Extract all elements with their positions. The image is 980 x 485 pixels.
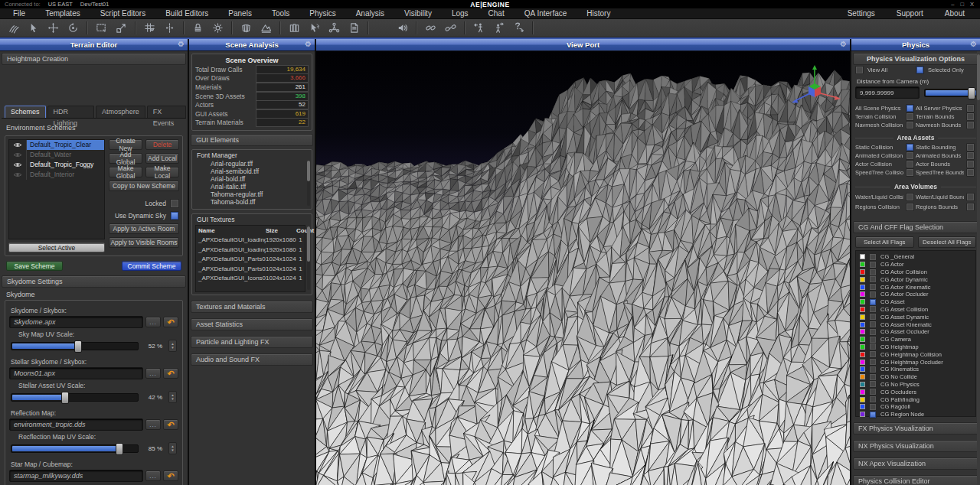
speedtree-collision-checkbox[interactable] <box>906 168 914 177</box>
font-list-item[interactable]: Arial-semibold.tff <box>192 168 312 175</box>
font-list-item[interactable]: Tahoma-bold.tff <box>192 198 312 206</box>
make-local-button[interactable]: Make Local <box>145 167 179 177</box>
cg-cff-flag-selection-section[interactable]: CG And CFF Flag Selection <box>853 221 978 233</box>
visibility-eye-icon[interactable] <box>9 140 27 150</box>
cg-no-physics-checkbox[interactable] <box>869 380 877 388</box>
menu-item-support[interactable]: Support <box>886 9 934 18</box>
lock-tool-icon[interactable] <box>188 21 207 36</box>
visibility-eye-icon[interactable] <box>9 170 27 180</box>
marquee-select-icon[interactable] <box>91 21 111 36</box>
font-list-item[interactable]: Arial-bold.tff <box>192 175 312 183</box>
menu-item-panels[interactable]: Panels <box>218 9 262 18</box>
physics-viz-options-section[interactable]: Physics Visualization Options <box>853 53 978 65</box>
flag-row-cg-actor-dynamic[interactable]: CG Actor Dynamic <box>856 275 975 283</box>
all-scene-physics-checkbox[interactable] <box>906 104 914 112</box>
cg-actor-collision-checkbox[interactable] <box>869 269 877 276</box>
terrain-raise-icon[interactable] <box>256 21 276 36</box>
flag-row-cg-actor-collision[interactable]: CG Actor Collision <box>856 269 975 276</box>
uv-scale-slider[interactable] <box>11 342 139 350</box>
textures-scrollbar[interactable] <box>307 226 310 290</box>
flag-row-cg-asset-dynamic[interactable]: CG Asset Dynamic <box>856 313 975 321</box>
panels-stack-icon[interactable] <box>284 21 304 36</box>
menu-item-physics[interactable]: Physics <box>299 9 345 18</box>
gear-icon[interactable]: ⚙ <box>305 39 312 50</box>
flag-row-cg-pathfinding[interactable]: CG Pathfinding <box>856 395 975 403</box>
menu-item-settings[interactable]: Settings <box>837 9 886 18</box>
flag-row-cg-kinematics[interactable]: CG Kinematics <box>856 366 975 373</box>
menu-item-logs[interactable]: Logs <box>442 9 479 18</box>
section-fx-physics-visualization[interactable]: FX Physics Visualization <box>853 422 978 435</box>
mirror-align-icon[interactable] <box>159 21 179 36</box>
maximize-button[interactable]: □ <box>960 1 964 8</box>
slider-knob[interactable] <box>116 443 123 455</box>
quick-select-icon[interactable] <box>304 21 324 36</box>
cg-asset-checkbox[interactable] <box>869 298 877 306</box>
asset-path-input[interactable] <box>9 418 143 431</box>
terrain-editor-header[interactable]: Terrain Editor ⚙ <box>0 39 188 51</box>
browse-button[interactable]: ... <box>145 368 161 379</box>
browse-button[interactable]: ... <box>145 419 161 430</box>
cg-heightmap-checkbox[interactable] <box>869 343 877 350</box>
browse-button[interactable]: ... <box>145 470 161 481</box>
regions-bounds-checkbox[interactable] <box>966 203 975 211</box>
undo-icon[interactable]: ↶ <box>163 317 178 327</box>
section-particle-and-lighting-fx[interactable]: Particle and Lighting FX <box>191 336 313 348</box>
all-server-physics-checkbox[interactable] <box>966 104 975 112</box>
tab-atmosphere[interactable]: Atmosphere <box>96 106 145 118</box>
flag-row-cg-heightmap-collision[interactable]: CG Heightmap Collision <box>856 350 975 358</box>
slider-knob[interactable] <box>61 392 69 404</box>
table-row[interactable]: _APXDefaultGUI_Parts011024x10241 <box>196 255 305 265</box>
select-all-flags-button[interactable]: Select All Flags <box>855 236 914 248</box>
commit-scheme-button[interactable]: Commit Scheme <box>122 261 181 271</box>
cg-pathfinding-checkbox[interactable] <box>869 395 877 403</box>
actor-bounds-checkbox[interactable] <box>966 160 975 168</box>
asset-path-input[interactable] <box>9 470 143 482</box>
water-liquid-bounds-checkbox[interactable] <box>966 193 975 201</box>
light-tool-icon[interactable] <box>207 21 227 36</box>
cg-asset-kinematic-checkbox[interactable] <box>869 321 877 328</box>
scheme-row-default-tropic-clear[interactable]: Default_Tropic_Clear <box>9 140 104 150</box>
selected-only-checkbox[interactable] <box>916 66 924 74</box>
use-dynamic-sky-checkbox[interactable] <box>170 211 179 220</box>
cg-actor-kinematic-checkbox[interactable] <box>869 283 877 291</box>
select-cursor-icon[interactable] <box>23 21 43 36</box>
menu-item-qa-interface[interactable]: QA Interface <box>514 9 577 18</box>
table-row[interactable]: _APXDefaultGUI_loading011920x10801 <box>196 236 305 246</box>
cg-actor-checkbox[interactable] <box>869 261 877 269</box>
tab-hdr-lighting[interactable]: HDR Lighting <box>47 106 95 118</box>
cg-heightmap-occluder-checkbox[interactable] <box>869 358 877 366</box>
heightmap-creation-section[interactable]: Heightmap Creation <box>2 53 186 65</box>
add-global-button[interactable]: Add Global <box>109 153 142 164</box>
viewport-header[interactable]: View Port ⚙ <box>316 39 850 51</box>
cg-heightmap-collision-checkbox[interactable] <box>869 350 877 358</box>
static-bounding-checkbox[interactable] <box>966 143 975 151</box>
cg-ragdoll-checkbox[interactable] <box>869 403 877 411</box>
walk-here-icon[interactable] <box>469 21 488 36</box>
distance-slider[interactable] <box>924 89 976 97</box>
cg-occluders-checkbox[interactable] <box>869 388 877 395</box>
browse-button[interactable]: ... <box>145 317 161 327</box>
delete-button[interactable]: Delete <box>145 139 179 150</box>
cg-actor-dynamic-checkbox[interactable] <box>869 275 877 283</box>
font-list-item[interactable]: Arial-regular.tff <box>192 160 312 168</box>
walk-to-icon[interactable] <box>488 21 508 36</box>
font-list-item[interactable]: Tahoma-regular.tff <box>192 190 312 198</box>
undo-icon[interactable]: ↶ <box>163 368 178 379</box>
flag-row-cg-asset-kinematic[interactable]: CG Asset Kinematic <box>856 321 975 328</box>
cg-asset-dynamic-checkbox[interactable] <box>869 313 877 321</box>
create-new-button[interactable]: Create New <box>109 139 142 150</box>
table-row[interactable]: _APXDefaultGUI_Icons011024x10241 <box>196 274 305 284</box>
axis-gizmo[interactable] <box>784 62 845 111</box>
add-local-button[interactable]: Add Local <box>145 153 179 164</box>
move-tool-icon[interactable] <box>43 21 63 36</box>
menu-item-visibility[interactable]: Visibility <box>394 9 442 18</box>
asset-path-input[interactable] <box>9 316 143 328</box>
gear-icon[interactable]: ⚙ <box>970 39 977 50</box>
audio-volume-icon[interactable] <box>392 21 412 36</box>
copy-to-new-scheme-button[interactable]: Copy to New Scheme <box>109 181 179 191</box>
cg-kinematics-checkbox[interactable] <box>869 366 877 373</box>
menu-item-script-editors[interactable]: Script Editors <box>90 9 155 18</box>
cg-general-checkbox[interactable] <box>869 253 877 261</box>
animated-bounds-checkbox[interactable] <box>966 151 975 160</box>
flag-row-cg-general[interactable]: CG _General <box>856 253 975 261</box>
